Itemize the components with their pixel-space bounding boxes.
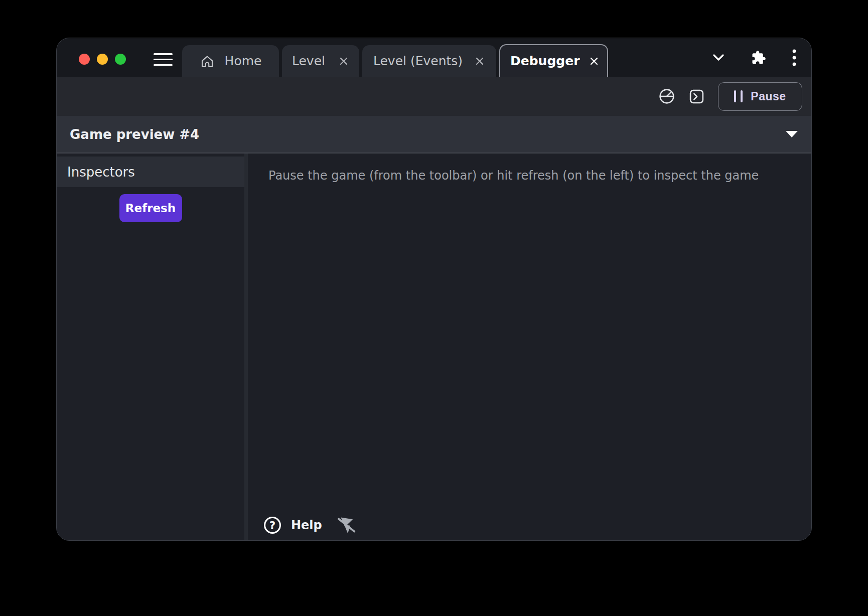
preview-selector-label: Game preview #4 [70,127,199,142]
debugger-hint-message: Pause the game (from the toolbar) or hit… [248,153,811,184]
help-circle-icon: ? [263,516,282,535]
inspectors-sidebar: Inspectors Refresh [57,153,244,540]
zoom-window-button[interactable] [115,54,126,65]
tab-home-label: Home [225,54,262,68]
minimize-window-button[interactable] [97,54,108,65]
desktop-background: Home Level Level (Events) [0,0,868,616]
content-footer: ? Help [263,515,356,535]
chevron-down-icon[interactable] [712,53,725,62]
traffic-lights [79,54,126,65]
console-icon[interactable] [688,88,705,105]
kebab-menu-icon[interactable] [792,49,796,67]
preview-selector[interactable]: Game preview #4 [57,116,811,153]
profiler-icon[interactable] [658,88,675,105]
caret-down-icon [785,130,798,138]
tab-debugger[interactable]: Debugger [499,44,608,77]
tab-home[interactable]: Home [182,45,279,77]
help-button-label: Help [291,518,322,532]
debugger-content: Pause the game (from the toolbar) or hit… [248,153,811,540]
tab-strip: Home Level Level (Events) [182,44,608,77]
hamburger-icon[interactable] [154,53,173,66]
pause-button[interactable]: Pause [718,82,802,111]
refresh-button[interactable]: Refresh [119,194,182,222]
app-window: Home Level Level (Events) [56,38,812,541]
tab-debugger-label: Debugger [510,54,580,68]
debugger-toolbar: Pause [57,77,811,116]
titlebar-actions [712,38,796,77]
home-icon [200,54,215,69]
help-button[interactable]: ? Help [263,516,322,535]
tab-level-events[interactable]: Level (Events) [362,45,496,77]
tab-level-label: Level [292,54,325,68]
debugger-body: Inspectors Refresh Pause the game (from … [57,153,811,540]
close-icon[interactable] [338,56,349,67]
puzzle-icon[interactable] [751,50,766,65]
close-window-button[interactable] [79,54,90,65]
tab-level-events-label: Level (Events) [373,54,463,68]
title-bar: Home Level Level (Events) [57,38,811,77]
inspectors-header: Inspectors [57,157,244,187]
svg-text:?: ? [269,519,275,532]
close-icon[interactable] [474,56,485,67]
tab-level[interactable]: Level [282,45,359,77]
pause-icon [734,90,743,102]
pin-off-icon[interactable] [336,515,356,535]
panel-splitter[interactable] [244,153,248,540]
pause-button-label: Pause [751,90,786,103]
close-icon[interactable] [590,56,599,67]
